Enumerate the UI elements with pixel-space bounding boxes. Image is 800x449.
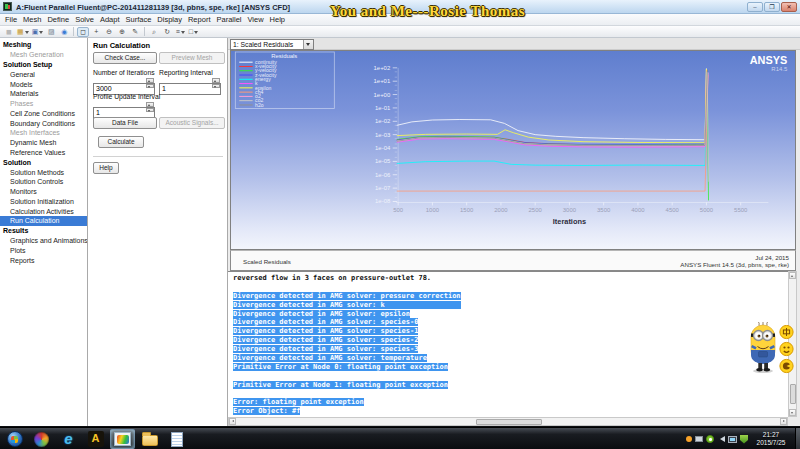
sidebar-item-solution-controls[interactable]: Solution Controls bbox=[0, 177, 87, 187]
desktop: A:Fluent Parallel Fluent@PC-201411281139… bbox=[0, 0, 800, 449]
menu-item-view[interactable]: View bbox=[244, 15, 266, 24]
display-icon[interactable]: □ bbox=[187, 27, 199, 37]
tray-sync-icon[interactable] bbox=[706, 435, 714, 443]
tray-lan-icon[interactable] bbox=[695, 436, 703, 442]
vertical-scroll-thumb[interactable] bbox=[790, 384, 796, 404]
menu-item-define[interactable]: Define bbox=[44, 15, 72, 24]
ime-tools-button[interactable] bbox=[780, 342, 793, 355]
fluent-launcher-icon[interactable]: A bbox=[83, 429, 108, 449]
scroll-up-icon[interactable] bbox=[789, 272, 796, 279]
chevron-down-icon[interactable] bbox=[303, 40, 313, 49]
sidebar-item-materials[interactable]: Materials bbox=[0, 89, 87, 99]
data-file-quantities-button[interactable]: Data File Quantities... bbox=[93, 117, 157, 129]
magnify-icon[interactable]: ⌕ bbox=[148, 27, 160, 37]
chevron-down-icon[interactable] bbox=[39, 31, 43, 36]
calculate-button[interactable]: Calculate bbox=[98, 136, 144, 148]
chevron-down-icon[interactable] bbox=[194, 31, 198, 36]
iterations-stepper[interactable] bbox=[146, 78, 154, 88]
minimize-button[interactable]: – bbox=[747, 2, 763, 12]
menu-item-adapt[interactable]: Adapt bbox=[97, 15, 123, 24]
sidebar-item-plots[interactable]: Plots bbox=[0, 245, 87, 255]
menu-item-parallel[interactable]: Parallel bbox=[213, 15, 244, 24]
tray-volume-icon[interactable] bbox=[717, 436, 725, 442]
sidebar-item-run-calculation[interactable]: Run Calculation bbox=[0, 216, 87, 226]
sidebar-item-reference-values[interactable]: Reference Values bbox=[0, 148, 87, 158]
task-page: Run Calculation Check Case... Preview Me… bbox=[88, 38, 228, 426]
plot-selector[interactable]: 1: Scaled Residuals bbox=[230, 39, 314, 50]
export-image-icon[interactable]: ▨ bbox=[45, 27, 57, 37]
fluent-graphics-icon[interactable] bbox=[110, 429, 135, 449]
menu-item-display[interactable]: Display bbox=[154, 15, 185, 24]
open-icon[interactable]: ▦ bbox=[16, 27, 30, 37]
taskbar-clock[interactable]: 21:27 2015/7/25 bbox=[750, 431, 792, 447]
sidebar-item-cell-zone-conditions[interactable]: Cell Zone Conditions bbox=[0, 108, 87, 118]
surfaces-icon[interactable]: ≡ bbox=[174, 27, 186, 37]
sidebar-item-solution-methods[interactable]: Solution Methods bbox=[0, 167, 87, 177]
console-line bbox=[233, 283, 788, 292]
ansys-workbench-icon[interactable] bbox=[29, 429, 54, 449]
scroll-down-icon[interactable] bbox=[789, 409, 796, 416]
menu-item-file[interactable]: File bbox=[2, 15, 20, 24]
zoom-in-icon[interactable]: ⊕ bbox=[116, 27, 128, 37]
zoom-out-icon[interactable]: ⊖ bbox=[103, 27, 115, 37]
sidebar-item-mesh-interfaces: Mesh Interfaces bbox=[0, 128, 87, 138]
chevron-down-icon[interactable] bbox=[181, 31, 185, 36]
ime-skin-button[interactable] bbox=[780, 359, 793, 372]
graphics-window[interactable]: 1e+021e+011e+001e-011e-021e-031e-041e-05… bbox=[230, 50, 796, 250]
display-icon: □ bbox=[189, 28, 193, 35]
svg-text:1e-04: 1e-04 bbox=[375, 145, 391, 151]
sidebar-item-general[interactable]: General bbox=[0, 69, 87, 79]
console-horizontal-scrollbar[interactable] bbox=[228, 417, 788, 426]
chevron-down-icon[interactable] bbox=[25, 31, 29, 36]
close-button[interactable]: ✕ bbox=[781, 2, 797, 12]
fluent-graphics-icon bbox=[114, 432, 131, 446]
select-box-icon[interactable]: ◻ bbox=[77, 27, 89, 37]
navigation-tree: MeshingMesh GenerationSolution SetupGene… bbox=[0, 38, 88, 426]
refresh-icon[interactable]: ◉ bbox=[58, 27, 70, 37]
probe-icon[interactable]: ✎ bbox=[129, 27, 141, 37]
notepad-icon bbox=[171, 432, 183, 447]
menu-item-report[interactable]: Report bbox=[185, 15, 214, 24]
tray-network-icon[interactable] bbox=[728, 436, 737, 443]
horizontal-scroll-thumb[interactable] bbox=[476, 419, 542, 425]
rotate-view-icon[interactable]: ↻ bbox=[161, 27, 173, 37]
menu-item-mesh[interactable]: Mesh bbox=[20, 15, 44, 24]
menu-item-help[interactable]: Help bbox=[267, 15, 288, 24]
svg-text:4000: 4000 bbox=[631, 207, 645, 213]
folder-icon[interactable] bbox=[137, 429, 162, 449]
tray-security-icon[interactable] bbox=[740, 435, 748, 444]
sidebar-item-phases: Phases bbox=[0, 99, 87, 109]
sidebar-item-monitors[interactable]: Monitors bbox=[0, 187, 87, 197]
check-case-button[interactable]: Check Case... bbox=[93, 52, 157, 64]
console-line: Divergence detected in AMG solver: speci… bbox=[233, 327, 788, 336]
scroll-right-icon[interactable] bbox=[780, 418, 787, 425]
profile-update-label: Profile Update Interval bbox=[93, 93, 160, 100]
sidebar-item-solution-initialization[interactable]: Solution Initialization bbox=[0, 197, 87, 207]
sidebar-item-boundary-conditions[interactable]: Boundary Conditions bbox=[0, 118, 87, 128]
help-button[interactable]: Help bbox=[93, 162, 119, 174]
sidebar-item-calculation-activities[interactable]: Calculation Activities bbox=[0, 206, 87, 216]
plot-caption: Scaled Residuals bbox=[243, 258, 291, 265]
sidebar-item-models[interactable]: Models bbox=[0, 79, 87, 89]
save-icon[interactable]: ▣ bbox=[31, 27, 45, 37]
internet-explorer-icon[interactable]: e bbox=[56, 429, 81, 449]
profile-update-stepper[interactable] bbox=[146, 102, 154, 112]
overlay-caption: You and Me---Rosie Thomas bbox=[330, 3, 525, 20]
ime-chinese-button[interactable] bbox=[780, 325, 793, 338]
show-desktop-button[interactable] bbox=[795, 428, 800, 449]
interrupt-icon: ◼ bbox=[6, 28, 12, 36]
start-button[interactable] bbox=[2, 429, 27, 449]
reporting-interval-stepper[interactable] bbox=[212, 78, 220, 88]
sidebar-item-dynamic-mesh[interactable]: Dynamic Mesh bbox=[0, 138, 87, 148]
tray-update-icon[interactable] bbox=[686, 436, 692, 442]
maximize-button[interactable]: ❐ bbox=[764, 2, 780, 12]
notepad-icon[interactable] bbox=[164, 429, 189, 449]
pan-icon[interactable]: + bbox=[90, 27, 102, 37]
menu-item-solve[interactable]: Solve bbox=[72, 15, 97, 24]
console[interactable]: reversed flow in 3 faces on pressure-out… bbox=[228, 271, 788, 417]
sidebar-item-graphics-and-animations[interactable]: Graphics and Animations bbox=[0, 236, 87, 246]
menu-item-surface[interactable]: Surface bbox=[123, 15, 155, 24]
zoom-out-icon: ⊖ bbox=[106, 28, 112, 36]
sidebar-item-reports[interactable]: Reports bbox=[0, 255, 87, 265]
scroll-left-icon[interactable] bbox=[229, 418, 236, 425]
